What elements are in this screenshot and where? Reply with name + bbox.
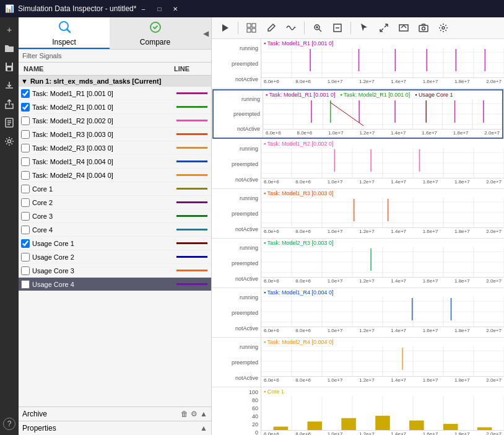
y-axis-label: 40: [214, 413, 258, 420]
chart-row[interactable]: 100806040200▪ Core 16.0e+68.0e+61.0e+71.…: [212, 387, 504, 435]
fit-button[interactable]: [329, 20, 345, 36]
y-axis-label: preempted: [214, 161, 258, 167]
signal-checkbox[interactable]: [21, 130, 30, 139]
chart-row[interactable]: runningpreemptednotActive▪ Task: Model1_…: [212, 39, 504, 89]
chart-row[interactable]: runningpreemptednotActive▪ Task: Model2_…: [212, 338, 504, 387]
svg-rect-13: [252, 24, 256, 27]
x-axis-label: 1.4e+7: [391, 130, 406, 136]
signal-row[interactable]: Usage Core 4: [19, 278, 211, 291]
chart-row[interactable]: runningpreemptednotActive▪ Task: Model1_…: [212, 139, 504, 189]
chart-title: ▪ Task: Model1_R1 [0.001 0]▪ Task: Model…: [266, 92, 453, 98]
properties-header[interactable]: Properties ▲: [19, 421, 211, 435]
folder-icon[interactable]: [2, 41, 17, 56]
signal-row[interactable]: Usage Core 1: [19, 237, 211, 250]
zoom-button[interactable]: [310, 20, 326, 36]
play-button[interactable]: [217, 20, 233, 36]
y-axis-label: running: [216, 96, 260, 102]
signal-name-label: Core 2: [32, 199, 176, 206]
chart-row[interactable]: runningpreemptednotActive▪ Task: Model2_…: [212, 239, 504, 288]
camera-button[interactable]: [415, 20, 432, 36]
svg-rect-156: [409, 421, 424, 430]
signal-row[interactable]: Core 4: [19, 223, 211, 237]
y-axis-label: notActive: [214, 276, 258, 282]
signal-checkbox[interactable]: [21, 226, 30, 234]
svg-point-27: [442, 27, 445, 29]
save-icon[interactable]: [2, 59, 17, 74]
signal-checkbox[interactable]: [21, 239, 30, 248]
signal-checkbox[interactable]: [21, 198, 30, 207]
signal-checkbox[interactable]: [21, 266, 30, 275]
chart-y-labels: 100806040200: [212, 387, 261, 435]
charts-container[interactable]: runningpreemptednotActive▪ Task: Model1_…: [212, 39, 504, 435]
help-icon[interactable]: ?: [3, 418, 15, 430]
signal-color-line: [176, 160, 207, 162]
x-axis-label: 1.4e+7: [391, 431, 406, 435]
signal-row[interactable]: Usage Core 2: [19, 250, 211, 264]
chart-row[interactable]: runningpreemptednotActive▪ Task: Model1_…: [212, 288, 504, 338]
signal-row[interactable]: Usage Core 3: [19, 264, 211, 278]
run-header[interactable]: ▼ Run 1: slrt_ex_mds_and_tasks [Current]: [19, 76, 211, 87]
maximize-button[interactable]: □: [152, 2, 166, 15]
svg-rect-45: [456, 49, 457, 71]
archive-settings-icon[interactable]: ⚙: [191, 410, 198, 418]
collapse-panel-btn[interactable]: ◀: [201, 17, 211, 49]
signal-checkbox[interactable]: [21, 171, 30, 180]
grid-button[interactable]: [243, 20, 259, 36]
cursor-button[interactable]: [356, 20, 372, 36]
signal-row[interactable]: Task: Model1_R4 [0.004 0]: [19, 155, 211, 169]
signal-list[interactable]: ▼ Run 1: slrt_ex_mds_and_tasks [Current]…: [19, 76, 211, 406]
signal-panel: Inspect Compare ◀ Filter Signals: [19, 17, 212, 435]
chart-settings-button[interactable]: [435, 20, 451, 36]
signal-row[interactable]: Task: Model1_R2 [0.002 0]: [19, 114, 211, 128]
signal-checkbox[interactable]: [21, 89, 30, 98]
properties-collapse-icon[interactable]: ▲: [200, 424, 207, 433]
archive-expand-icon[interactable]: ▲: [200, 410, 207, 418]
signal-row[interactable]: Task: Model2_R3 [0.003 0]: [19, 141, 211, 155]
download-icon[interactable]: [2, 78, 17, 93]
signal-row[interactable]: Core 3: [19, 209, 211, 223]
signal-row[interactable]: Core 1: [19, 182, 211, 196]
signal-row[interactable]: Core 2: [19, 196, 211, 209]
archive-header[interactable]: Archive 🗑 ⚙ ▲: [19, 407, 211, 421]
x-axis-label: 1.8e+7: [454, 179, 470, 185]
document-icon[interactable]: [2, 115, 17, 130]
signal-checkbox[interactable]: [21, 144, 30, 152]
svg-rect-154: [341, 418, 356, 430]
signal-row[interactable]: Task: Model2_R1 [0.001 0]: [19, 100, 211, 114]
settings-icon[interactable]: [2, 134, 17, 149]
signal-name-label: Task: Model1_R3 [0.003 0]: [32, 131, 176, 138]
signal-button[interactable]: [283, 20, 299, 36]
signal-color-line: [176, 242, 207, 244]
close-button[interactable]: ✕: [168, 2, 182, 15]
chart-row[interactable]: runningpreemptednotActive▪ Task: Model1_…: [212, 189, 504, 239]
signal-checkbox[interactable]: [21, 253, 30, 261]
signal-name-label: Task: Model2_R3 [0.003 0]: [32, 144, 176, 152]
signal-row[interactable]: Task: Model2_R4 [0.004 0]: [19, 169, 211, 182]
signal-row[interactable]: Task: Model1_R1 [0.001 0]: [19, 87, 211, 100]
svg-rect-43: [395, 49, 396, 71]
chart-title: ▪ Task: Model1_R3 [0.003 0]: [264, 190, 334, 196]
svg-rect-158: [477, 428, 492, 430]
fit-x-button[interactable]: [396, 20, 412, 36]
minimize-button[interactable]: –: [136, 2, 150, 15]
svg-point-7: [8, 140, 11, 143]
signal-checkbox[interactable]: [21, 280, 30, 289]
signal-checkbox[interactable]: [21, 103, 30, 112]
signal-color-line: [176, 188, 207, 190]
share-icon[interactable]: [2, 97, 17, 112]
brush-button[interactable]: [263, 20, 279, 36]
signal-row[interactable]: Task: Model1_R3 [0.003 0]: [19, 128, 211, 141]
resize-button[interactable]: [376, 20, 392, 36]
signal-checkbox[interactable]: [21, 157, 30, 166]
signal-checkbox[interactable]: [21, 116, 30, 125]
archive-delete-icon[interactable]: 🗑: [181, 410, 188, 418]
chart-row[interactable]: runningpreemptednotActive▪ Task: Model1_…: [212, 89, 503, 139]
signal-checkbox[interactable]: [21, 185, 30, 193]
tab-compare[interactable]: Compare: [110, 17, 201, 49]
svg-point-26: [422, 27, 425, 30]
chart-x-axis: 6.0e+68.0e+61.0e+71.2e+71.4e+71.6e+71.8e…: [261, 376, 504, 384]
signal-checkbox[interactable]: [21, 212, 30, 221]
tab-inspect[interactable]: Inspect: [19, 17, 110, 49]
add-icon[interactable]: +: [2, 22, 17, 37]
x-axis-label: 1.6e+7: [423, 278, 438, 284]
